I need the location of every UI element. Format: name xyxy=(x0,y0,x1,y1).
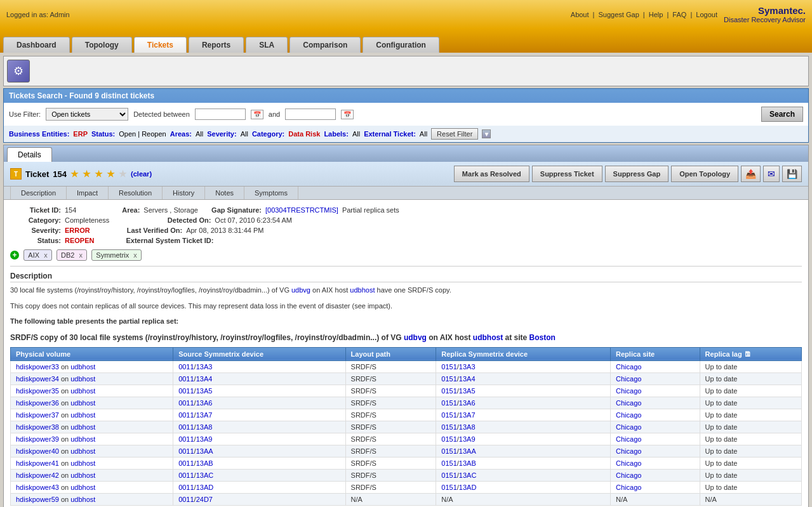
rep-link2[interactable]: 13AD xyxy=(459,484,477,491)
host-link[interactable]: udbhost xyxy=(70,459,95,467)
about-link[interactable]: About xyxy=(571,11,589,18)
src-link1[interactable]: 0011 xyxy=(178,435,194,443)
pv-link[interactable]: hdiskpower36 xyxy=(16,399,59,407)
src-link1[interactable]: 0011 xyxy=(178,496,194,503)
tab-sla[interactable]: SLA xyxy=(246,37,288,53)
src-link2[interactable]: 13A4 xyxy=(196,375,213,383)
src-link2[interactable]: 13AC xyxy=(196,471,214,479)
tag-db2-remove[interactable]: x xyxy=(79,251,83,259)
rep-link1[interactable]: 0151 xyxy=(441,363,456,371)
rep-link1[interactable]: 0151 xyxy=(441,375,456,383)
external-ticket-link[interactable]: External Ticket: xyxy=(364,130,416,138)
calendar-to-btn[interactable]: 📅 xyxy=(341,110,354,119)
severity-link[interactable]: Severity: xyxy=(207,130,236,138)
subtab-resolution[interactable]: Resolution xyxy=(109,187,163,199)
rep-link2[interactable]: 13A7 xyxy=(459,411,476,419)
business-entities-link[interactable]: Business Entities: xyxy=(9,130,69,138)
tab-topology[interactable]: Topology xyxy=(72,37,132,53)
gap-sig-link[interactable]: [00304TRESTRCTMIS] xyxy=(265,206,338,214)
site-link[interactable]: Chicago xyxy=(616,484,641,491)
pv-link[interactable]: hdiskpower40 xyxy=(16,447,59,455)
pv-link[interactable]: hdiskpower42 xyxy=(16,471,59,479)
site-link[interactable]: Chicago xyxy=(616,435,641,443)
host-link[interactable]: udbhost xyxy=(70,484,95,491)
host-link[interactable]: udbhost xyxy=(70,399,95,407)
site-link[interactable]: Chicago xyxy=(616,459,641,467)
tab-comparison[interactable]: Comparison xyxy=(290,37,361,53)
host-link[interactable]: udbhost xyxy=(70,387,95,395)
host-link[interactable]: udbhost xyxy=(70,435,95,443)
rep-link2[interactable]: 13A8 xyxy=(459,423,476,431)
subtab-symptoms[interactable]: Symptoms xyxy=(244,187,298,199)
pv-link[interactable]: hdiskpower43 xyxy=(16,484,59,491)
src-link2[interactable]: 13A3 xyxy=(196,363,213,371)
star-2[interactable]: ★ xyxy=(83,169,91,179)
src-link1[interactable]: 0011 xyxy=(178,471,194,479)
src-link2[interactable]: 24D7 xyxy=(196,496,213,503)
search-button[interactable]: Search xyxy=(761,107,803,122)
star-5-empty[interactable]: ★ xyxy=(119,169,127,179)
suggest-gap-link[interactable]: Suggest Gap xyxy=(599,11,639,18)
src-link2[interactable]: 13A8 xyxy=(196,423,213,431)
src-link1[interactable]: 0011 xyxy=(178,411,194,419)
email-button[interactable]: ✉ xyxy=(763,166,780,182)
site-link[interactable]: Chicago xyxy=(616,471,641,479)
pv-link[interactable]: hdiskpower37 xyxy=(16,411,59,419)
rep-link2[interactable]: 13A5 xyxy=(459,387,476,395)
areas-link[interactable]: Areas: xyxy=(170,130,192,138)
rep-link1[interactable]: 0151 xyxy=(441,423,456,431)
rep-link1[interactable]: 0151 xyxy=(441,411,456,419)
mark-resolved-button[interactable]: Mark as Resolved xyxy=(454,166,529,182)
pv-link[interactable]: hdiskpower33 xyxy=(16,363,59,371)
save-button[interactable]: 💾 xyxy=(782,166,802,182)
rep-link2[interactable]: 13A4 xyxy=(459,375,476,383)
rep-link1[interactable]: 0151 xyxy=(441,399,456,407)
host-link[interactable]: udbhost xyxy=(70,363,95,371)
src-link1[interactable]: 0011 xyxy=(178,423,194,431)
src-link2[interactable]: 13AD xyxy=(196,484,214,491)
boston-link[interactable]: Boston xyxy=(529,333,556,342)
rep-link2[interactable]: 13AC xyxy=(459,471,477,479)
subtab-notes[interactable]: Notes xyxy=(205,187,244,199)
subtab-history[interactable]: History xyxy=(163,187,205,199)
src-link2[interactable]: 13A5 xyxy=(196,387,213,395)
calendar-from-btn[interactable]: 📅 xyxy=(251,110,263,119)
date-from-input[interactable] xyxy=(195,109,246,120)
pv-link[interactable]: hdiskpower59 xyxy=(16,496,59,503)
rep-link2[interactable]: 13A6 xyxy=(459,399,476,407)
src-link1[interactable]: 0011 xyxy=(178,447,194,455)
star-4[interactable]: ★ xyxy=(107,169,115,179)
tag-aix-remove[interactable]: x xyxy=(44,251,48,259)
rep-link1[interactable]: 0151 xyxy=(441,471,456,479)
pv-link[interactable]: hdiskpower34 xyxy=(16,375,59,383)
faq-link[interactable]: FAQ xyxy=(672,11,686,18)
host-link[interactable]: udbhost xyxy=(70,447,95,455)
pv-link[interactable]: hdiskpower35 xyxy=(16,387,59,395)
site-link[interactable]: Chicago xyxy=(616,363,641,371)
rep-link2[interactable]: 13AB xyxy=(459,459,476,467)
star-3[interactable]: ★ xyxy=(95,169,103,179)
host-link[interactable]: udbhost xyxy=(70,471,95,479)
rep-link2[interactable]: 13A9 xyxy=(459,435,476,443)
udbvg-link-1[interactable]: udbvg xyxy=(291,286,310,294)
tag-sym-remove[interactable]: x xyxy=(133,251,137,259)
rep-link1[interactable]: 0151 xyxy=(441,387,456,395)
suppress-ticket-button[interactable]: Suppress Ticket xyxy=(532,166,602,182)
status-link[interactable]: Status: xyxy=(91,130,115,138)
src-link2[interactable]: 13A9 xyxy=(196,435,213,443)
host-link[interactable]: udbhost xyxy=(70,496,95,503)
category-link[interactable]: Category: xyxy=(252,130,284,138)
src-link1[interactable]: 0011 xyxy=(178,387,194,395)
reset-filter-button[interactable]: Reset Filter xyxy=(431,128,478,140)
filter-select[interactable]: Open tickets All tickets Closed tickets xyxy=(46,108,128,121)
src-link1[interactable]: 0011 xyxy=(178,459,194,467)
site-link[interactable]: Chicago xyxy=(616,399,641,407)
open-topology-button[interactable]: Open Topology xyxy=(671,166,738,182)
tab-tickets[interactable]: Tickets xyxy=(134,37,187,53)
pv-link[interactable]: hdiskpower38 xyxy=(16,423,59,431)
host-link[interactable]: udbhost xyxy=(70,423,95,431)
site-link[interactable]: Chicago xyxy=(616,411,641,419)
site-link[interactable]: Chicago xyxy=(616,387,641,395)
tab-dashboard[interactable]: Dashboard xyxy=(3,37,70,53)
labels-link[interactable]: Labels: xyxy=(324,130,349,138)
